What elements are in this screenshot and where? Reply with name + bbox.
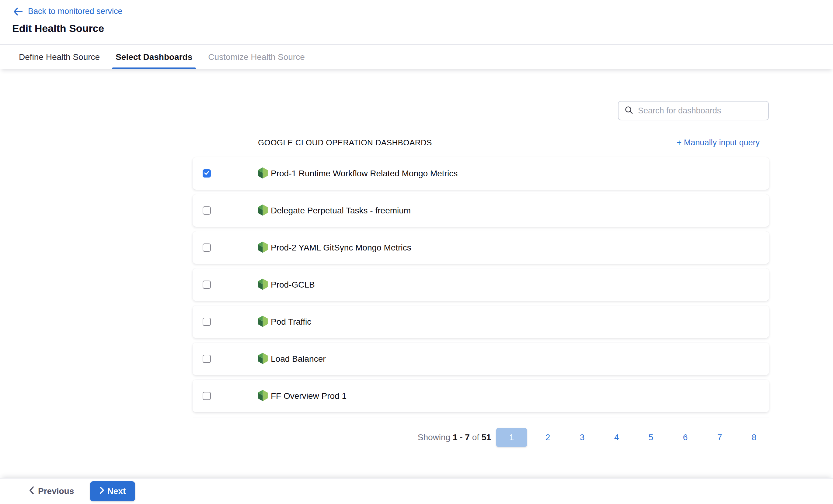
checkbox-unchecked[interactable] <box>203 318 211 326</box>
checkbox-unchecked[interactable] <box>203 355 211 363</box>
dashboard-row[interactable]: Prod-GCLB <box>193 269 769 301</box>
page-button[interactable]: 7 <box>703 433 737 442</box>
dashboard-row[interactable]: FF Overview Prod 1 <box>193 380 769 412</box>
page-button[interactable]: 8 <box>737 433 771 442</box>
tab-define-health-source[interactable]: Define Health Source <box>19 45 100 69</box>
dashboard-hexagon-icon <box>258 353 268 365</box>
dashboard-row[interactable]: Prod-1 Runtime Workflow Related Mongo Me… <box>193 157 769 190</box>
dashboard-row-label: Delegate Perpetual Tasks - freemium <box>271 206 411 216</box>
previous-button[interactable]: Previous <box>29 486 74 497</box>
checkbox-unchecked[interactable] <box>203 392 211 400</box>
manually-input-query-link[interactable]: + Manually input query <box>677 138 760 147</box>
dashboard-row-label: FF Overview Prod 1 <box>271 391 347 401</box>
tab-customize-health-source[interactable]: Customize Health Source <box>208 45 305 69</box>
tab-select-dashboards[interactable]: Select Dashboards <box>116 45 192 69</box>
dashboard-row[interactable]: Load Balancer <box>193 343 769 375</box>
previous-label: Previous <box>38 486 74 496</box>
dashboard-hexagon-icon <box>258 390 268 402</box>
page-button[interactable]: 6 <box>668 433 703 442</box>
checkbox-unchecked[interactable] <box>203 206 211 215</box>
back-to-monitored-service-link[interactable]: Back to monitored service <box>14 7 123 16</box>
section-title: GOOGLE CLOUD OPERATION DASHBOARDS <box>258 138 432 147</box>
page-button[interactable]: 2 <box>530 433 565 442</box>
search-input[interactable] <box>638 106 762 116</box>
pagination-summary: Showing 1 - 7 of 51 <box>418 433 491 442</box>
next-button[interactable]: Next <box>90 481 135 501</box>
dashboard-list: Prod-1 Runtime Workflow Related Mongo Me… <box>193 157 769 417</box>
dashboard-row[interactable]: Delegate Perpetual Tasks - freemium <box>193 194 769 227</box>
back-link-label: Back to monitored service <box>28 7 123 16</box>
next-label: Next <box>108 486 126 496</box>
checkbox-checked[interactable] <box>203 169 211 178</box>
checkbox-unchecked[interactable] <box>203 244 211 252</box>
list-divider <box>193 417 769 418</box>
page-button[interactable]: 3 <box>565 433 599 442</box>
chevron-left-icon <box>29 486 34 497</box>
dashboard-row-label: Load Balancer <box>271 354 326 364</box>
dashboard-hexagon-icon <box>258 316 268 328</box>
chevron-right-icon <box>99 486 104 497</box>
dashboard-hexagon-icon <box>258 204 268 217</box>
dashboard-row-label: Prod-2 YAML GitSync Mongo Metrics <box>271 243 411 253</box>
dashboard-hexagon-icon <box>258 242 268 254</box>
page-button[interactable]: 4 <box>599 433 634 442</box>
dashboard-row-label: Prod-1 Runtime Workflow Related Mongo Me… <box>271 169 457 178</box>
page-button-active[interactable]: 1 <box>496 428 527 447</box>
pagination: Showing 1 - 7 of 51 12345678 <box>193 428 769 447</box>
dashboard-hexagon-icon <box>258 167 268 180</box>
back-arrow-icon <box>14 7 23 16</box>
page-strip: 12345678 <box>496 428 771 447</box>
dashboard-search-box <box>618 101 769 120</box>
tab-bar: Define Health Source Select Dashboards C… <box>0 44 833 69</box>
footer-bar: Previous Next <box>0 478 833 504</box>
page-button[interactable]: 5 <box>634 433 668 442</box>
dashboard-row-label: Pod Traffic <box>271 317 311 327</box>
page-title: Edit Health Source <box>12 23 104 34</box>
checkbox-unchecked[interactable] <box>203 281 211 289</box>
search-icon <box>625 106 633 116</box>
dashboard-row[interactable]: Prod-2 YAML GitSync Mongo Metrics <box>193 231 769 264</box>
dashboard-row[interactable]: Pod Traffic <box>193 305 769 338</box>
edit-health-source-page: Back to monitored service Edit Health So… <box>0 0 833 504</box>
dashboard-row-label: Prod-GCLB <box>271 280 315 290</box>
dashboard-hexagon-icon <box>258 278 268 291</box>
